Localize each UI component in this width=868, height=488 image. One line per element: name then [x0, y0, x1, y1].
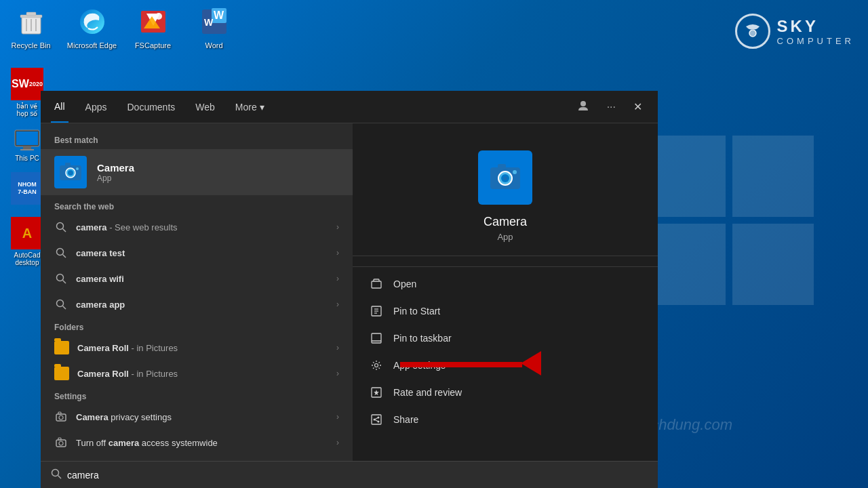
- sky-label: SKY: [777, 17, 854, 36]
- start-menu-tabs: All Apps Documents Web More ▾ ··· ✕: [41, 91, 658, 123]
- svg-line-64: [58, 476, 62, 479]
- search-magnifier-icon: [51, 468, 62, 479]
- word-icon[interactable]: W W Word: [189, 5, 239, 49]
- close-button[interactable]: ✕: [628, 98, 648, 116]
- search-input[interactable]: [67, 470, 648, 481]
- search-icon-4: [54, 298, 68, 311]
- tab-web[interactable]: Web: [192, 92, 218, 122]
- app-context-menu: Open P: [353, 256, 658, 443]
- settings-camera-access-system[interactable]: Turn off camera access systemwide ›: [41, 430, 353, 455]
- magnifier-icon-1: [56, 222, 66, 232]
- svg-point-62: [374, 419, 376, 421]
- rate-review-menu-item[interactable]: Rate and review: [353, 379, 658, 406]
- ellipsis-button[interactable]: ···: [601, 98, 621, 116]
- search-text-camera-wifi: camera wifi: [76, 274, 328, 284]
- pin-start-label: Pin to Start: [393, 306, 440, 317]
- win-square-2: [732, 136, 814, 217]
- search-result-camera-wifi[interactable]: camera wifi ›: [41, 266, 353, 291]
- chevron-icon-4: ›: [336, 300, 339, 309]
- svg-rect-25: [65, 163, 71, 166]
- person-button[interactable]: [572, 97, 595, 117]
- svg-rect-59: [372, 415, 381, 424]
- sky-logo-icon: [743, 21, 763, 41]
- app-settings-icon: [370, 359, 383, 372]
- search-result-camera[interactable]: camera - See web results ›: [41, 214, 353, 240]
- settings-chevron-2: ›: [336, 438, 339, 447]
- tab-apps[interactable]: Apps: [82, 92, 111, 122]
- fscapture-label: FSCapture: [135, 41, 171, 49]
- app-detail-camera-icon: [488, 161, 522, 195]
- windows-logo-watermark: [644, 136, 814, 305]
- svg-rect-3: [26, 12, 36, 16]
- sky-computer-logo: SKY COMPUTER: [735, 14, 854, 49]
- svg-point-29: [57, 249, 64, 256]
- person-icon: [577, 100, 589, 112]
- taskbar-search-icon: [51, 468, 62, 481]
- open-menu-item[interactable]: Open: [353, 270, 658, 298]
- folder-camera-roll-2[interactable]: Camera Roll - in Pictures ›: [41, 361, 353, 386]
- svg-point-39: [59, 441, 63, 445]
- svg-rect-18: [23, 146, 31, 149]
- camera-app-type: App: [97, 174, 134, 183]
- svg-line-32: [63, 281, 66, 284]
- folders-label: Folders: [41, 317, 353, 335]
- recycle-bin-icon[interactable]: Recycle Bin: [5, 5, 56, 49]
- svg-point-60: [378, 417, 380, 419]
- pin-start-menu-item[interactable]: Pin to Start: [353, 298, 658, 325]
- search-result-camera-app[interactable]: camera app ›: [41, 291, 353, 317]
- edge-icon[interactable]: Microsoft Edge: [66, 5, 117, 49]
- word-label: Word: [205, 41, 222, 49]
- svg-line-28: [63, 229, 66, 232]
- red-arrow-container: [400, 354, 541, 375]
- taskbar-search-bar: [41, 461, 658, 488]
- open-icon: [370, 277, 383, 291]
- magnifier-icon-2: [56, 247, 66, 258]
- search-icon-1: [54, 220, 68, 234]
- app-detail-name: Camera: [484, 215, 527, 229]
- pin-taskbar-menu-item[interactable]: Pin to taskbar: [353, 325, 658, 352]
- autocad-image: A: [11, 217, 43, 249]
- pin-taskbar-box-icon: [371, 333, 382, 344]
- svg-point-36: [59, 415, 63, 420]
- search-result-camera-test[interactable]: camera test ›: [41, 240, 353, 266]
- settings-camera-privacy[interactable]: Camera privacy settings ›: [41, 404, 353, 430]
- svg-rect-40: [58, 438, 61, 440]
- best-match-camera[interactable]: Camera App: [41, 149, 353, 195]
- svg-rect-17: [16, 131, 38, 145]
- settings-icon-2: [54, 436, 68, 449]
- arrow-line: [400, 362, 522, 367]
- tab-all[interactable]: All: [51, 92, 68, 123]
- share-menu-item[interactable]: Share: [353, 406, 658, 433]
- monitor-svg: [14, 129, 41, 153]
- svg-point-63: [52, 470, 59, 476]
- nhom-image: NHOM7-BAN: [11, 172, 43, 205]
- camera-icon: [58, 160, 83, 184]
- magnifier-icon-4: [56, 299, 66, 310]
- fscapture-icon[interactable]: FSCapture: [127, 5, 178, 49]
- share-box-icon: [371, 414, 382, 425]
- app-detail-type: App: [497, 232, 513, 242]
- search-text-camera-app: camera app: [76, 300, 328, 310]
- svg-rect-50: [372, 281, 381, 288]
- camera-system-icon: [55, 436, 67, 449]
- camera-app-name: Camera: [97, 162, 134, 174]
- pin-taskbar-icon: [370, 331, 383, 345]
- svg-point-20: [580, 101, 586, 106]
- recycle-bin-image: [15, 5, 47, 38]
- tab-documents[interactable]: Documents: [123, 92, 178, 122]
- pin-taskbar-label: Pin to taskbar: [393, 333, 452, 344]
- search-icon-2: [54, 246, 68, 260]
- rate-box-icon: [371, 387, 382, 398]
- tab-actions: ··· ✕: [572, 97, 648, 117]
- word-image: W W: [198, 5, 231, 38]
- rate-review-icon: [370, 386, 383, 399]
- app-detail-panel: Camera App: [353, 123, 658, 488]
- svg-line-34: [63, 306, 66, 310]
- tab-more[interactable]: More ▾: [232, 92, 268, 122]
- svg-point-24: [70, 172, 72, 174]
- start-menu: All Apps Documents Web More ▾ ··· ✕: [41, 91, 658, 488]
- chevron-icon-3: ›: [336, 274, 339, 283]
- folder-camera-roll-1[interactable]: Camera Roll - in Pictures ›: [41, 335, 353, 361]
- divider: [353, 266, 658, 267]
- search-text-camera-test: camera test: [76, 248, 328, 258]
